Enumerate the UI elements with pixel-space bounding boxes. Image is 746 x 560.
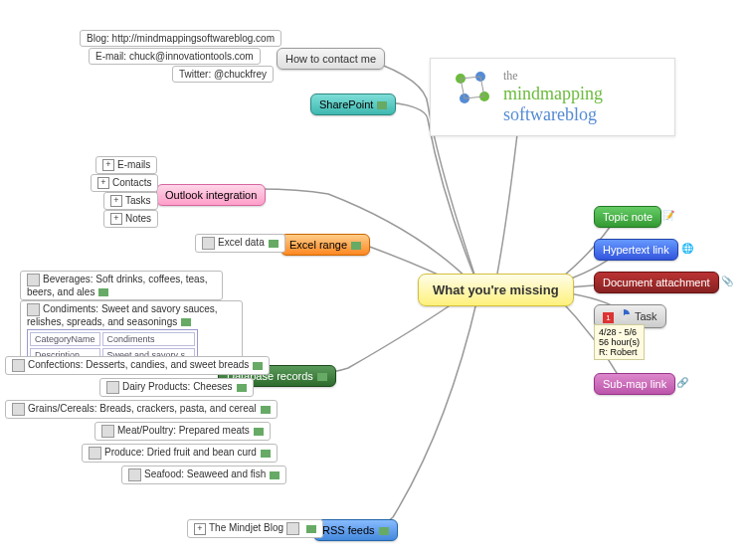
outlook-emails-item[interactable]: +E-mails bbox=[95, 156, 157, 174]
rss-node[interactable]: RSS feeds bbox=[313, 519, 398, 541]
rss-mindjet-item[interactable]: +The Mindjet Blog bbox=[187, 519, 323, 538]
task-detail-box: 4/28 - 5/6 56 hour(s) R: Robert bbox=[594, 324, 645, 360]
dropdown-icon[interactable] bbox=[181, 318, 191, 326]
logo-graphic-icon bbox=[451, 69, 495, 108]
link-icon bbox=[286, 522, 299, 535]
submap-node[interactable]: Sub-map link bbox=[594, 373, 675, 395]
doc-icon bbox=[89, 447, 101, 460]
doc-icon bbox=[27, 274, 40, 286]
outlook-notes-item[interactable]: +Notes bbox=[103, 210, 158, 228]
topic-note-node[interactable]: Topic note bbox=[594, 206, 661, 228]
db-dairy-item[interactable]: Dairy Products: Cheeses bbox=[99, 378, 254, 397]
dropdown-icon[interactable] bbox=[351, 242, 361, 250]
expand-icon[interactable]: + bbox=[110, 195, 122, 207]
contact-node[interactable]: How to contact me bbox=[277, 48, 385, 70]
outlook-contacts-item[interactable]: +Contacts bbox=[91, 174, 158, 192]
db-meat-item[interactable]: Meat/Poultry: Prepared meats bbox=[94, 422, 271, 441]
expand-icon[interactable]: + bbox=[97, 177, 109, 189]
dropdown-icon[interactable] bbox=[270, 471, 280, 479]
dropdown-icon[interactable] bbox=[237, 384, 247, 392]
logo-image: the mindmapping softwareblog bbox=[430, 58, 675, 136]
outlook-tasks-item[interactable]: +Tasks bbox=[103, 192, 158, 210]
hyperlink-node[interactable]: Hypertext link bbox=[594, 239, 678, 261]
contact-blog-item[interactable]: Blog: http://mindmappingsoftwareblog.com bbox=[80, 30, 281, 47]
doc-icon bbox=[12, 359, 25, 372]
globe-icon: 🌐 bbox=[681, 243, 693, 254]
sharepoint-node[interactable]: SharePoint bbox=[310, 93, 396, 115]
excel-data-item[interactable]: Excel data bbox=[195, 234, 285, 253]
doc-icon bbox=[106, 381, 119, 394]
excel-node[interactable]: Excel range bbox=[280, 234, 370, 256]
db-produce-item[interactable]: Produce: Dried fruit and bean curd bbox=[82, 444, 278, 463]
db-confections-item[interactable]: Confections: Desserts, candies, and swee… bbox=[5, 356, 270, 375]
progress-icon bbox=[619, 309, 630, 320]
doc-icon bbox=[12, 403, 25, 416]
expand-icon[interactable]: + bbox=[102, 159, 114, 171]
dropdown-icon[interactable] bbox=[269, 240, 279, 248]
outlook-node[interactable]: Outlook integration bbox=[156, 184, 266, 206]
expand-icon[interactable]: + bbox=[194, 523, 206, 535]
dropdown-icon[interactable] bbox=[98, 288, 108, 296]
center-topic[interactable]: What you're missing bbox=[418, 274, 574, 306]
dropdown-icon[interactable] bbox=[377, 101, 387, 109]
dropdown-icon[interactable] bbox=[253, 362, 263, 370]
dropdown-icon[interactable] bbox=[317, 373, 327, 381]
db-beverages-item[interactable]: Beverages: Soft drinks, coffees, teas, b… bbox=[20, 271, 223, 300]
attachment-icon: 📎 bbox=[721, 276, 733, 286]
dropdown-icon[interactable] bbox=[254, 428, 264, 436]
contact-email-item[interactable]: E-mail: chuck@innovationtools.com bbox=[89, 48, 261, 65]
submap-icon: 🔗 bbox=[676, 377, 688, 388]
dropdown-icon[interactable] bbox=[379, 527, 389, 535]
priority-icon: 1 bbox=[603, 312, 614, 323]
doc-icon bbox=[202, 237, 215, 250]
note-icon: 📝 bbox=[662, 210, 674, 221]
document-node[interactable]: Document attachment bbox=[594, 272, 719, 293]
db-grains-item[interactable]: Grains/Cereals: Breads, crackers, pasta,… bbox=[5, 400, 278, 419]
expand-icon[interactable]: + bbox=[110, 213, 122, 225]
db-seafood-item[interactable]: Seafood: Seaweed and fish bbox=[121, 466, 286, 484]
doc-icon bbox=[27, 303, 40, 316]
doc-icon bbox=[101, 425, 114, 438]
contact-twitter-item[interactable]: Twitter: @chuckfrey bbox=[172, 66, 274, 83]
dropdown-icon[interactable] bbox=[261, 406, 271, 414]
dropdown-icon[interactable] bbox=[306, 525, 316, 533]
doc-icon bbox=[128, 468, 141, 481]
dropdown-icon[interactable] bbox=[261, 450, 271, 458]
